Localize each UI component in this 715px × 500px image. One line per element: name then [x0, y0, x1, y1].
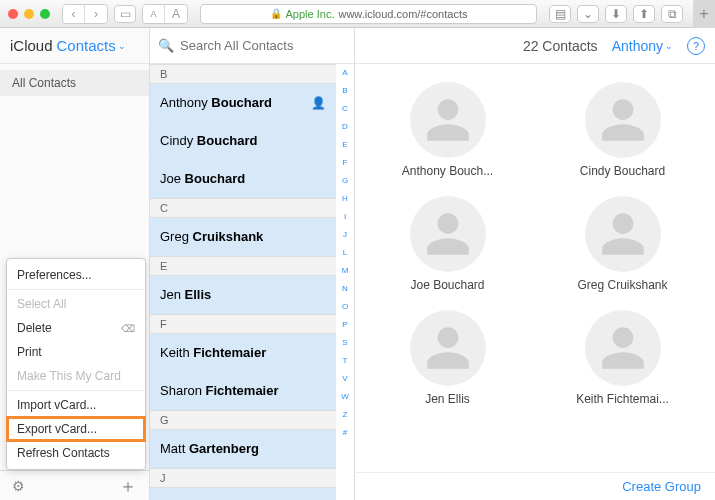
help-button[interactable]: ? [687, 37, 705, 55]
contact-row[interactable]: Cindy Bouchard [150, 122, 336, 160]
search-icon: 🔍 [158, 38, 174, 53]
contact-row[interactable]: Matt Gartenberg [150, 430, 336, 468]
section-label: Contacts [57, 37, 116, 54]
downloads-icon[interactable]: ⬇ [605, 5, 627, 23]
contact-card[interactable]: Joe Bouchard [365, 196, 530, 292]
alpha-V[interactable]: V [342, 374, 347, 383]
contact-card[interactable]: Jen Ellis [365, 310, 530, 406]
group-all-contacts[interactable]: All Contacts [0, 70, 149, 96]
account-menu[interactable]: Anthony ⌄ [612, 38, 673, 54]
contact-list: BAnthony Bouchard👤Cindy BouchardJoe Bouc… [150, 64, 354, 500]
sidebar-header: iCloud Contacts ⌄ [0, 28, 149, 64]
contact-card[interactable]: Greg Cruikshank [540, 196, 705, 292]
alpha-P[interactable]: P [342, 320, 347, 329]
sidebar: iCloud Contacts ⌄ All Contacts Preferenc… [0, 28, 150, 500]
section-header: C [150, 198, 336, 218]
menu-item-print[interactable]: Print [7, 340, 145, 364]
menu-item-select-all: Select All [7, 292, 145, 316]
alpha-O[interactable]: O [342, 302, 348, 311]
share-icon[interactable]: ⬆ [633, 5, 655, 23]
section-header: J [150, 468, 336, 488]
gear-icon[interactable]: ⚙ [12, 478, 25, 494]
search-row: 🔍 [150, 28, 354, 64]
site-owner: Apple Inc. [286, 8, 335, 20]
contact-row[interactable]: Joe Bouchard [150, 160, 336, 198]
me-icon: 👤 [311, 96, 326, 110]
close-window[interactable] [8, 9, 18, 19]
contact-name: Matt Gartenberg [160, 441, 259, 456]
alpha-F[interactable]: F [343, 158, 348, 167]
menu-item-refresh-contacts[interactable]: Refresh Contacts [7, 441, 145, 465]
alpha-D[interactable]: D [342, 122, 348, 131]
chevron-down-icon: ⌄ [665, 41, 673, 51]
contact-row[interactable]: Anthony Bouchard👤 [150, 84, 336, 122]
card-name: Keith Fichtemai... [576, 392, 669, 406]
add-button[interactable]: ＋ [119, 474, 137, 498]
alpha-A[interactable]: A [342, 68, 347, 77]
tabs-icon[interactable]: ⧉ [661, 5, 683, 23]
alpha-N[interactable]: N [342, 284, 348, 293]
contact-row[interactable]: Greg Cruikshank [150, 218, 336, 256]
nav-buttons: ‹ › [62, 4, 108, 24]
contact-name: Anthony Bouchard [160, 95, 272, 110]
avatar [585, 82, 661, 158]
menu-item-import-vcard[interactable]: Import vCard... [7, 393, 145, 417]
brand[interactable]: iCloud [10, 37, 53, 54]
card-name: Joe Bouchard [410, 278, 484, 292]
text-larger[interactable]: A [165, 5, 187, 23]
sidebar-toggle[interactable]: ▭ [114, 5, 136, 23]
alpha-B[interactable]: B [342, 86, 347, 95]
menu-item-preferences[interactable]: Preferences... [7, 263, 145, 287]
alpha-H[interactable]: H [342, 194, 348, 203]
section-header: G [150, 410, 336, 430]
groups-list: All Contacts [0, 64, 149, 96]
main-header: 22 Contacts Anthony ⌄ ? [355, 28, 715, 64]
alpha-M[interactable]: M [342, 266, 349, 275]
alpha-W[interactable]: W [341, 392, 349, 401]
contact-name: Jen Ellis [160, 287, 211, 302]
contact-row[interactable]: William Jameson [150, 488, 336, 500]
contact-row[interactable]: Keith Fichtemaier [150, 334, 336, 372]
search-input[interactable] [180, 38, 348, 53]
alpha-E[interactable]: E [342, 140, 347, 149]
alpha-index[interactable]: ABCDEFGHIJLMNOPSTVWZ# [338, 68, 352, 500]
alpha-S[interactable]: S [342, 338, 347, 347]
forward-button[interactable]: › [85, 5, 107, 23]
contact-row[interactable]: Jen Ellis [150, 276, 336, 314]
avatar [585, 196, 661, 272]
contact-list-pane: 🔍 BAnthony Bouchard👤Cindy BouchardJoe Bo… [150, 28, 355, 500]
new-tab-button[interactable]: + [693, 0, 715, 28]
alpha-J[interactable]: J [343, 230, 347, 239]
ext-buffer-icon[interactable]: ▤ [549, 5, 571, 23]
menu-item-export-vcard[interactable]: Export vCard... [7, 417, 145, 441]
alpha-I[interactable]: I [344, 212, 346, 221]
back-button[interactable]: ‹ [63, 5, 85, 23]
account-name: Anthony [612, 38, 663, 54]
ext-pocket-icon[interactable]: ⌄ [577, 5, 599, 23]
actions-menu: Preferences...Select AllDelete⌫PrintMake… [6, 258, 146, 470]
alpha-Z[interactable]: Z [343, 410, 348, 419]
contact-card[interactable]: Anthony Bouch... [365, 82, 530, 178]
alpha-C[interactable]: C [342, 104, 348, 113]
menu-item-delete[interactable]: Delete⌫ [7, 316, 145, 340]
alpha-G[interactable]: G [342, 176, 348, 185]
alpha-L[interactable]: L [343, 248, 347, 257]
create-group-link[interactable]: Create Group [622, 479, 701, 494]
avatar [410, 196, 486, 272]
minimize-window[interactable] [24, 9, 34, 19]
avatar [585, 310, 661, 386]
alpha-#[interactable]: # [343, 428, 347, 437]
contact-row[interactable]: Sharon Fichtemaier [150, 372, 336, 410]
contact-name: Cindy Bouchard [160, 133, 258, 148]
contact-card[interactable]: Keith Fichtemai... [540, 310, 705, 406]
zoom-window[interactable] [40, 9, 50, 19]
url-text: www.icloud.com/#contacts [338, 8, 467, 20]
address-bar[interactable]: 🔒 Apple Inc. www.icloud.com/#contacts [200, 4, 537, 24]
browser-toolbar: ‹ › ▭ A A 🔒 Apple Inc. www.icloud.com/#c… [0, 0, 715, 28]
window-controls [8, 9, 50, 19]
section-header: B [150, 64, 336, 84]
alpha-T[interactable]: T [343, 356, 348, 365]
section-dropdown[interactable]: Contacts ⌄ [57, 37, 126, 54]
contact-card[interactable]: Cindy Bouchard [540, 82, 705, 178]
text-smaller[interactable]: A [143, 5, 165, 23]
